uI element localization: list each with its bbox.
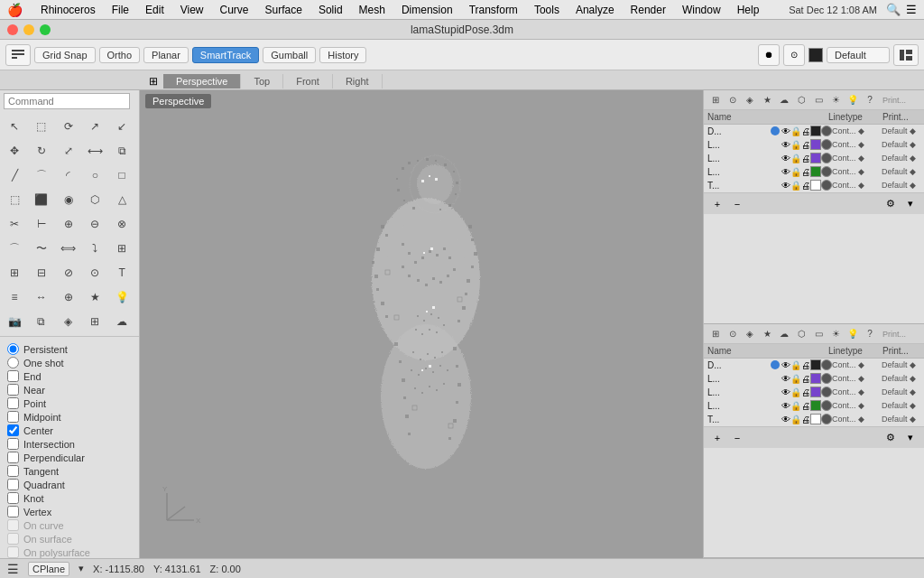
gumball-button[interactable]: Gumball xyxy=(263,47,316,63)
search-icon[interactable]: 🔍 xyxy=(886,3,901,16)
lock-icon[interactable]: 🔒 xyxy=(790,154,801,163)
p2-material-swatch[interactable] xyxy=(821,359,832,370)
tool-split[interactable]: ⊢ xyxy=(30,212,53,236)
p2-sun-icon[interactable]: ☀ xyxy=(827,326,844,342)
tool-rect[interactable]: □ xyxy=(110,163,134,187)
layer-row-2[interactable]: D... 👁 🔒 🖨 Cont... ◆ Default ◆ xyxy=(704,359,924,372)
p2-delete-layer-button[interactable]: − xyxy=(729,430,745,446)
tool-move[interactable]: ✥ xyxy=(3,139,26,163)
layer-color-swatch[interactable] xyxy=(810,126,821,136)
menu-help[interactable]: Help xyxy=(730,2,767,18)
snap-end[interactable]: End xyxy=(7,369,132,383)
smarttrack-button[interactable]: SmartTrack xyxy=(192,47,259,63)
p2-color-swatch[interactable] xyxy=(810,414,821,424)
record-icon[interactable]: ⏺ xyxy=(758,44,780,66)
tool-light[interactable]: 💡 xyxy=(110,285,134,309)
p2-print-icon[interactable]: 🖨 xyxy=(801,401,810,411)
p2-eye-icon[interactable]: 👁 xyxy=(781,415,790,424)
p2-lights-icon[interactable]: 💡 xyxy=(845,326,861,342)
tool-hatch[interactable]: ≡ xyxy=(3,285,26,309)
tool-copy[interactable]: ⧉ xyxy=(110,139,134,163)
menu-edit[interactable]: Edit xyxy=(138,2,171,18)
p2-help-icon[interactable]: ? xyxy=(862,326,878,342)
p2-layer-settings-chevron[interactable]: ▾ xyxy=(902,430,919,446)
tool-scale[interactable]: ⤢ xyxy=(57,139,80,163)
p2-material-swatch[interactable] xyxy=(821,387,832,397)
viewport-icon[interactable]: ⊞ xyxy=(149,75,158,88)
cplane-chevron[interactable]: ▾ xyxy=(79,563,84,574)
tool-boolean-union[interactable]: ⊕ xyxy=(57,212,80,236)
print-icon[interactable]: 🖨 xyxy=(801,167,810,177)
menu-render[interactable]: Render xyxy=(624,2,673,18)
p2-print-icon[interactable]: 🖨 xyxy=(801,360,810,370)
print-icon[interactable]: 🖨 xyxy=(801,140,810,150)
p2-materials-icon[interactable]: ◈ xyxy=(742,326,758,342)
p2-print-icon[interactable]: 🖨 xyxy=(801,415,810,424)
close-button[interactable] xyxy=(7,24,18,35)
p2-color-swatch[interactable] xyxy=(810,387,821,397)
tool-lasso[interactable]: ⟳ xyxy=(57,115,80,138)
p2-texture-icon[interactable]: ⬡ xyxy=(793,326,809,342)
panels-toggle-icon[interactable] xyxy=(893,44,919,66)
snap-knot[interactable]: Knot xyxy=(7,491,132,505)
tool-boolean-diff[interactable]: ⊖ xyxy=(83,212,106,236)
snap-persistent[interactable]: Persistent xyxy=(7,342,132,356)
snap-center[interactable]: Center xyxy=(7,424,132,437)
menu-mesh[interactable]: Mesh xyxy=(352,2,393,18)
snap-oneshot[interactable]: One shot xyxy=(7,356,132,369)
print-icon[interactable]: 🖨 xyxy=(801,126,810,136)
p2-layer-settings-button[interactable]: ⚙ xyxy=(882,430,899,446)
menu-surface[interactable]: Surface xyxy=(258,2,310,18)
command-input[interactable] xyxy=(4,93,130,109)
viewport-area[interactable]: Perspective xyxy=(140,90,703,558)
apple-menu[interactable]: 🍎 xyxy=(7,3,23,17)
menu-dimension[interactable]: Dimension xyxy=(394,2,460,18)
tool-measure[interactable]: ⊙ xyxy=(83,261,106,284)
p2-ground-icon[interactable]: ▭ xyxy=(810,326,827,342)
minimize-button[interactable] xyxy=(23,24,34,35)
layer-row[interactable]: T... 👁 🔒 🖨 Cont... ◆ Default ◆ xyxy=(704,179,924,192)
p2-lock-icon[interactable]: 🔒 xyxy=(790,415,801,424)
viewport-selector[interactable]: Default xyxy=(827,47,890,63)
lock-icon[interactable]: 🔒 xyxy=(790,126,801,136)
tool-cylinder[interactable]: ⬡ xyxy=(83,188,106,211)
layer-settings-button[interactable]: ⚙ xyxy=(882,196,899,212)
eye-icon[interactable]: 👁 xyxy=(781,167,790,177)
tool-select[interactable]: ↖ xyxy=(3,115,26,138)
tab-right[interactable]: Right xyxy=(333,74,383,89)
layer-row[interactable]: D... 👁 🔒 🖨 Cont... ◆ Default ◆ xyxy=(704,125,924,138)
menu-expand-icon[interactable]: ☰ xyxy=(906,3,917,16)
tool-layer[interactable]: ⧉ xyxy=(30,310,53,333)
layer-settings-chevron[interactable]: ▾ xyxy=(902,196,919,212)
p2-properties-icon[interactable]: ⊙ xyxy=(725,326,741,342)
layer-row[interactable]: L... 👁 🔒 🖨 Cont... ◆ Default ◆ xyxy=(704,138,924,152)
tool-offset[interactable]: ⟺ xyxy=(57,237,80,260)
eye-icon[interactable]: 👁 xyxy=(781,181,790,191)
menu-tools[interactable]: Tools xyxy=(527,2,567,18)
print-icon[interactable]: 🖨 xyxy=(801,154,810,163)
layers-icon[interactable]: ⊞ xyxy=(707,92,724,108)
tool-arc[interactable]: ◜ xyxy=(57,163,80,187)
layer-material-swatch[interactable] xyxy=(821,180,832,191)
snap-on-polysurface[interactable]: On polysurface xyxy=(7,545,132,559)
snap-perpendicular[interactable]: Perpendicular xyxy=(7,451,132,464)
layer-color-swatch[interactable] xyxy=(810,139,821,150)
p2-material-swatch[interactable] xyxy=(821,400,832,411)
snap-midpoint[interactable]: Midpoint xyxy=(7,410,132,424)
snap-intersection[interactable]: Intersection xyxy=(7,437,132,451)
eye-icon[interactable]: 👁 xyxy=(781,140,790,150)
p2-material-swatch[interactable] xyxy=(821,373,832,384)
p2-eye-icon[interactable]: 👁 xyxy=(781,401,790,411)
eye-icon[interactable]: 👁 xyxy=(781,126,790,136)
tool-sub-select[interactable]: ↗ xyxy=(83,115,106,138)
layer-color-swatch[interactable] xyxy=(810,153,821,163)
snap-on-curve[interactable]: On curve xyxy=(7,518,132,532)
tool-snap[interactable]: ⊕ xyxy=(57,285,80,309)
snap-on-surface[interactable]: On surface xyxy=(7,532,132,545)
tool-box[interactable]: ⬛ xyxy=(30,188,53,211)
layer-material-swatch[interactable] xyxy=(821,153,832,163)
tool-boolean-int[interactable]: ⊗ xyxy=(110,212,134,236)
tool-polyline[interactable]: ⌒ xyxy=(30,163,53,187)
lock-icon[interactable]: 🔒 xyxy=(790,181,801,191)
tool-circle[interactable]: ○ xyxy=(83,163,106,187)
